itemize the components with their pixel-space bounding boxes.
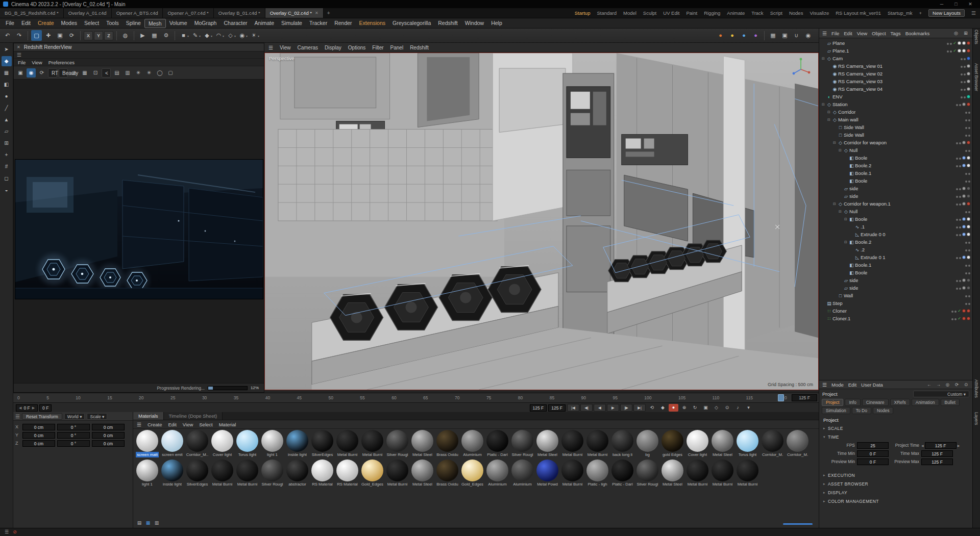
tag-icon[interactable] [962,278,966,282]
tag-icon[interactable] [967,64,970,68]
menu-item[interactable]: Simulate [278,19,306,28]
mat-list-view-icon[interactable]: ▤ [136,520,143,526]
prev-frame-button[interactable]: ◀ [594,404,606,412]
tag-icon[interactable] [967,49,970,53]
panel-menu-icon[interactable]: ☰ [268,45,273,50]
expand-icon[interactable]: ⊟ [826,110,831,114]
material-preview-sphere[interactable] [511,430,533,452]
layout-tab[interactable]: Sculpt [643,10,656,16]
material-item[interactable]: Metal Burni [560,458,585,488]
viewport-menu-item[interactable]: View [280,45,291,50]
current-frame-spinner[interactable]: ◀0 F▶ [16,404,38,412]
visibility-dots-icon[interactable] [955,193,961,199]
object-row[interactable]: ◉ RS Camera_view 04 [819,85,972,93]
visibility-dots-icon[interactable] [964,247,970,252]
material-item[interactable]: Brass Oxidu [435,429,460,458]
visibility-dots-icon[interactable] [964,109,970,115]
material-item[interactable]: Metal Burni [210,458,235,488]
visibility-dots-icon[interactable] [955,224,961,229]
gsg-icon[interactable]: ● [727,30,738,41]
object-label[interactable]: Boole.2 [855,163,871,168]
object-tags[interactable] [964,209,972,214]
material-name[interactable]: Metal Burni [737,481,758,487]
texture-mode-icon[interactable]: ▦ [2,68,12,78]
camera-icon[interactable]: ◉ [237,30,248,41]
visibility-dots-icon[interactable] [964,262,970,268]
workplane-icon[interactable]: ◧ [2,80,12,90]
object-tags[interactable] [955,232,972,237]
menu-item[interactable]: Tools [103,19,122,28]
material-scrollbar[interactable] [783,523,813,525]
object-row[interactable]: ◺ Extrude 0 1 [819,253,972,261]
object-row[interactable]: ⊟ ◇ Main wall [819,116,972,123]
material-name[interactable]: light 1 [266,452,279,457]
material-item[interactable]: Metal Steel [410,429,435,458]
material-item[interactable]: Metal Steel [535,429,560,458]
material-item[interactable]: Platic - Darl [485,429,510,458]
minimize-button[interactable]: ─ [935,2,948,7]
material-name[interactable]: Silver Rougl [510,452,534,457]
tag-icon[interactable] [962,164,966,167]
material-preview-sphere[interactable] [611,460,633,481]
panel-vertical-tab[interactable]: Asset Browser [974,63,979,91]
viewport-menu-item[interactable]: Cameras [297,45,318,50]
object-manager-menu-item[interactable]: Edit [844,31,852,36]
expand-icon[interactable]: ⊟ [821,103,826,107]
layout-tab[interactable]: Script [770,10,782,16]
coord-system-icon[interactable]: ◍ [120,30,131,41]
object-tags[interactable] [960,94,972,99]
menu-item[interactable]: Modes [58,19,81,28]
menu-item[interactable]: Extensions [356,19,389,28]
object-tags[interactable] [964,300,972,306]
object-tags[interactable] [964,109,972,115]
tag-icon[interactable] [967,187,970,190]
snapshot-icon[interactable]: ▣ [16,68,25,78]
material-item[interactable]: Metal Burni [710,458,735,488]
tag-icon[interactable] [967,194,970,198]
visibility-dots-icon[interactable] [964,239,970,245]
material-name[interactable]: Platic - Darl [611,481,633,487]
material-name[interactable]: Metal Powd [536,481,559,487]
panel-menu-icon[interactable]: ☰ [137,422,141,427]
object-label[interactable]: Boole [855,216,867,222]
material-name[interactable]: Torus light [738,452,758,457]
attribute-tab[interactable]: Cineware [862,399,889,406]
material-name[interactable]: Silver Rougl [385,452,409,457]
material-name[interactable]: Metal Burni [211,481,233,487]
frame-field[interactable]: 0 F [39,404,52,412]
time-section-header[interactable]: ▾TIME [819,432,972,441]
object-label[interactable]: Plane [832,40,845,46]
axis-y-button[interactable]: Y [94,31,103,40]
material-preview-sphere[interactable] [461,460,483,481]
viewport-menu-item[interactable]: Panel [390,45,404,50]
visibility-dots-icon[interactable] [960,79,966,84]
object-label[interactable]: Cloner.1 [832,316,850,321]
material-preview-sphere[interactable] [386,460,408,481]
material-item[interactable]: SilverEdges [185,458,210,488]
material-name[interactable]: SilverEdges [311,452,334,457]
expand-icon[interactable]: ⊟ [821,57,826,61]
material-preview-sphere[interactable] [211,460,233,481]
visibility-dots-icon[interactable] [964,124,970,130]
record-position-icon[interactable]: ⊕ [679,404,689,412]
tag-icon[interactable] [967,57,970,60]
quantize-icon[interactable]: ◉ [803,30,814,41]
menu-item[interactable]: File [2,19,18,28]
layout-tab[interactable]: Startup_mk [888,10,913,16]
tag-icon[interactable] [967,141,970,144]
material-name[interactable]: RS Material [311,481,334,487]
material-item[interactable]: Silver Rougl [385,429,410,458]
object-label[interactable]: Cam [832,56,843,61]
menu-item[interactable]: Help [487,19,506,28]
object-tags[interactable] [960,71,972,76]
material-name[interactable]: Metal Steel [662,481,683,487]
render-settings-icon[interactable]: ⚙ [161,30,172,41]
tag-icon[interactable] [962,286,966,290]
object-row[interactable]: ⊟ ◧ Boole.2 [819,238,972,246]
model-mode-icon[interactable]: ◆ [2,56,12,66]
visibility-dots-icon[interactable] [964,300,970,306]
attribute-tab[interactable]: Animation [912,399,939,406]
object-tags[interactable] [964,170,972,176]
material-preview-sphere[interactable] [586,430,608,452]
material-preview-sphere[interactable] [311,460,333,481]
